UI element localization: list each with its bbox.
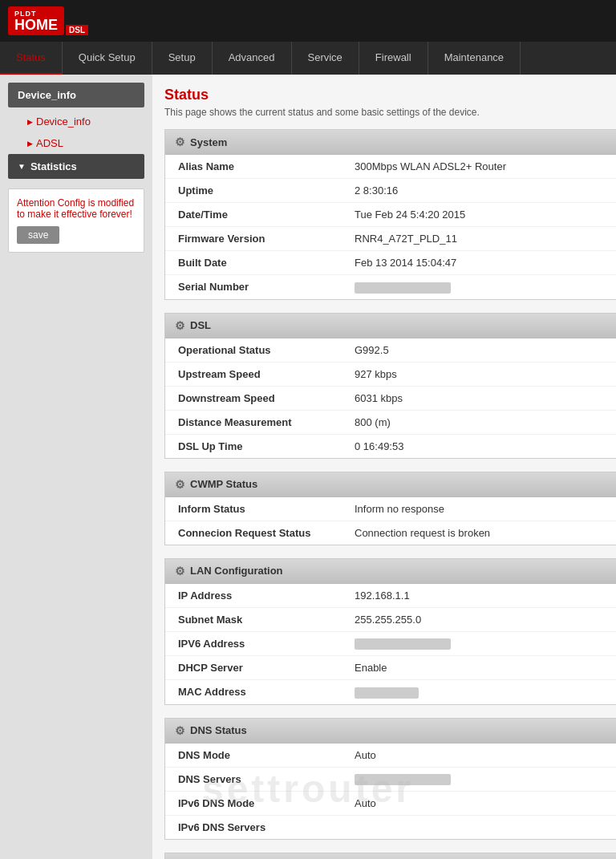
sidebar-statistics-header[interactable]: Statistics bbox=[8, 154, 144, 179]
dsl-uptime-row: DSL Up Time 0 16:49:53 bbox=[165, 435, 616, 458]
content-area: Status This page shows the current statu… bbox=[152, 75, 616, 859]
system-firmware-value: RNR4_A72T_PLD_11 bbox=[355, 233, 606, 245]
attention-text: Attention Config is modified to make it … bbox=[17, 197, 134, 220]
lan-dhcp-value: Enable bbox=[355, 662, 606, 674]
system-builtdate-label: Built Date bbox=[178, 257, 355, 269]
lan-header-label: LAN Configuration bbox=[190, 565, 283, 577]
system-builtdate-row: Built Date Feb 13 2014 15:04:47 bbox=[165, 251, 616, 275]
save-button[interactable]: save bbox=[17, 226, 59, 244]
nav-firewall[interactable]: Firewall bbox=[359, 42, 428, 75]
lan-ipv6-value bbox=[355, 638, 606, 650]
dsl-upstream-label: Upstream Speed bbox=[178, 368, 355, 380]
cwmp-connreq-row: Connecion Request Status Connection requ… bbox=[165, 521, 616, 545]
dns-gear-icon: ⚙ bbox=[175, 724, 185, 737]
system-builtdate-value: Feb 13 2014 15:04:47 bbox=[355, 257, 606, 269]
sidebar-device-info-header[interactable]: Device_info bbox=[8, 83, 144, 107]
dns-header-label: DNS Status bbox=[190, 724, 247, 736]
page-title: Status bbox=[164, 87, 616, 103]
dns-servers-row: DNS Servers bbox=[165, 768, 616, 792]
dsl-opstatus-row: Operational Status G992.5 bbox=[165, 338, 616, 363]
dns-mode-value: Auto bbox=[355, 749, 606, 761]
system-datetime-row: Date/Time Tue Feb 24 5:4:20 2015 bbox=[165, 203, 616, 227]
system-section-header: ⚙ System bbox=[165, 130, 616, 155]
lan-dhcp-label: DHCP Server bbox=[178, 662, 355, 674]
dsl-uptime-label: DSL Up Time bbox=[178, 440, 355, 452]
dsl-distance-value: 800 (m) bbox=[355, 416, 606, 428]
dsl-uptime-value: 0 16:49:53 bbox=[355, 440, 606, 452]
dns-servers-label: DNS Servers bbox=[178, 773, 355, 786]
dns-ipv6mode-value: Auto bbox=[355, 797, 606, 809]
system-alias-row: Alias Name 300Mbps WLAN ADSL2+ Router bbox=[165, 155, 616, 179]
lan-dhcp-row: DHCP Server Enable bbox=[165, 656, 616, 680]
dns-ipv6servers-row: IPv6 DNS Servers bbox=[165, 816, 616, 839]
dsl-downstream-value: 6031 kbps bbox=[355, 392, 606, 404]
system-datetime-value: Tue Feb 24 5:4:20 2015 bbox=[355, 209, 606, 221]
adsl-wan-section-header: ⚙ ADSL WAN Interfaces bbox=[165, 853, 616, 859]
dsl-gear-icon: ⚙ bbox=[175, 319, 185, 332]
logo-dsl-text: DSL bbox=[66, 25, 88, 35]
attention-box: Attention Config is modified to make it … bbox=[8, 188, 144, 253]
cwmp-inform-label: Inform Status bbox=[178, 503, 355, 515]
dns-section-header: ⚙ DNS Status bbox=[165, 719, 616, 744]
dns-ipv6mode-row: IPv6 DNS Mode Auto bbox=[165, 792, 616, 816]
dns-ipv6mode-label: IPv6 DNS Mode bbox=[178, 797, 355, 809]
cwmp-header-label: CWMP Status bbox=[190, 478, 257, 490]
dsl-downstream-label: Downstream Speed bbox=[178, 392, 355, 404]
system-firmware-row: Firmware Version RNR4_A72T_PLD_11 bbox=[165, 227, 616, 251]
system-firmware-label: Firmware Version bbox=[178, 233, 355, 245]
system-serial-value bbox=[355, 281, 606, 294]
nav-status[interactable]: Status bbox=[0, 42, 63, 75]
dsl-section: ⚙ DSL Operational Status G992.5 Upstream… bbox=[164, 313, 616, 459]
system-alias-value: 300Mbps WLAN ADSL2+ Router bbox=[355, 160, 606, 172]
system-serial-row: Serial Number bbox=[165, 275, 616, 299]
nav-setup[interactable]: Setup bbox=[152, 42, 213, 75]
lan-ip-row: IP Address 192.168.1.1 bbox=[165, 584, 616, 608]
nav-advanced[interactable]: Advanced bbox=[213, 42, 292, 75]
dsl-upstream-row: Upstream Speed 927 kbps bbox=[165, 363, 616, 387]
system-alias-label: Alias Name bbox=[178, 160, 355, 172]
nav-service[interactable]: Service bbox=[292, 42, 359, 75]
lan-ipv6-row: IPV6 Address bbox=[165, 632, 616, 657]
logo: PLDT HOME DSL bbox=[8, 6, 88, 35]
system-uptime-row: Uptime 2 8:30:16 bbox=[165, 179, 616, 203]
sidebar-item-device-info[interactable]: Device_info bbox=[8, 111, 144, 132]
system-header-label: System bbox=[190, 136, 227, 148]
cwmp-section-header: ⚙ CWMP Status bbox=[165, 472, 616, 497]
cwmp-section: ⚙ CWMP Status Inform Status Inform no re… bbox=[164, 472, 616, 545]
lan-section-header: ⚙ LAN Configuration bbox=[165, 559, 616, 584]
system-uptime-value: 2 8:30:16 bbox=[355, 184, 606, 197]
lan-subnet-label: Subnet Mask bbox=[178, 614, 355, 626]
logo-home-text: HOME bbox=[14, 18, 58, 32]
lan-ipv6-label: IPV6 Address bbox=[178, 638, 355, 650]
lan-mac-value bbox=[355, 686, 606, 699]
logo-box: PLDT HOME bbox=[8, 6, 64, 35]
dns-section: ⚙ DNS Status DNS Mode Auto DNS Servers I… bbox=[164, 718, 616, 841]
lan-gear-icon: ⚙ bbox=[175, 565, 185, 577]
sidebar-item-adsl[interactable]: ADSL bbox=[8, 132, 144, 154]
nav-maintenance[interactable]: Maintenance bbox=[428, 42, 521, 75]
dsl-upstream-value: 927 kbps bbox=[355, 368, 606, 380]
page-header: PLDT HOME DSL bbox=[0, 0, 616, 42]
dsl-downstream-row: Downstream Speed 6031 kbps bbox=[165, 387, 616, 411]
dns-ipv6servers-value bbox=[355, 821, 606, 833]
dns-ipv6servers-label: IPv6 DNS Servers bbox=[178, 821, 355, 833]
cwmp-inform-row: Inform Status Inform no response bbox=[165, 497, 616, 521]
cwmp-connreq-value: Connection request is broken bbox=[355, 527, 606, 539]
system-gear-icon: ⚙ bbox=[175, 136, 185, 148]
system-serial-label: Serial Number bbox=[178, 281, 355, 294]
adsl-wan-section: ⚙ ADSL WAN Interfaces Interface VPI/VCI … bbox=[164, 853, 616, 859]
sidebar: Device_info Device_info ADSL Statistics … bbox=[0, 75, 152, 859]
nav-quick-setup[interactable]: Quick Setup bbox=[63, 42, 152, 75]
lan-subnet-value: 255.255.255.0 bbox=[355, 614, 606, 626]
dsl-opstatus-label: Operational Status bbox=[178, 344, 355, 356]
page-description: This page shows the current status and s… bbox=[164, 107, 616, 118]
dsl-section-header: ⚙ DSL bbox=[165, 314, 616, 338]
dsl-distance-label: Distance Measurement bbox=[178, 416, 355, 428]
cwmp-inform-value: Inform no response bbox=[355, 503, 606, 515]
main-layout: Device_info Device_info ADSL Statistics … bbox=[0, 75, 616, 859]
dns-servers-value bbox=[355, 773, 606, 786]
lan-mac-label: MAC Address bbox=[178, 686, 355, 699]
lan-section: ⚙ LAN Configuration IP Address 192.168.1… bbox=[164, 558, 616, 705]
system-datetime-label: Date/Time bbox=[178, 209, 355, 221]
dns-mode-row: DNS Mode Auto bbox=[165, 744, 616, 768]
